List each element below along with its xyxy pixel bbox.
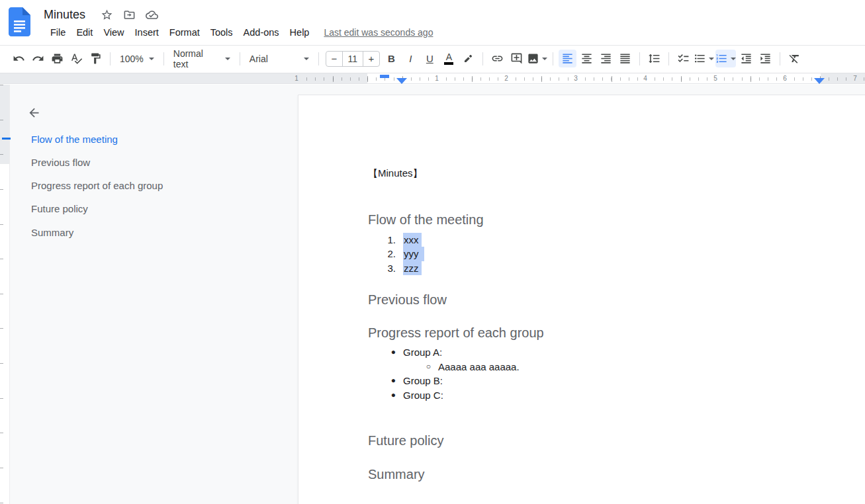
font-select[interactable]: Arial	[245, 50, 314, 67]
menu-file[interactable]: File	[45, 25, 71, 40]
align-center-button[interactable]	[578, 50, 596, 67]
bullet-list-item[interactable]: ● Group B:	[368, 374, 862, 388]
add-comment-button[interactable]	[508, 50, 525, 67]
ruler-label: 2	[502, 75, 510, 82]
menu-format[interactable]: Format	[164, 25, 205, 40]
selected-text[interactable]: zzz	[403, 261, 422, 276]
outline-item-future-policy[interactable]: Future policy	[31, 203, 88, 218]
last-edit-status[interactable]: Last edit was seconds ago	[324, 27, 433, 38]
selected-text[interactable]: xxx	[403, 233, 422, 247]
ruler-label: 1	[433, 75, 441, 82]
outline-item-previous-flow[interactable]: Previous flow	[31, 157, 90, 171]
move-to-folder-icon[interactable]	[122, 8, 136, 21]
insert-image-button[interactable]	[527, 50, 547, 67]
justify-button[interactable]	[616, 50, 634, 67]
text-color-swatch	[444, 62, 453, 65]
bullet-list-item[interactable]: ● Group C:	[368, 388, 862, 403]
highlight-color-button[interactable]	[459, 50, 477, 67]
outline-item-flow-of-the-meeting[interactable]: Flow of the meeting	[31, 134, 118, 148]
increase-font-size-button[interactable]: +	[363, 52, 379, 66]
print-button[interactable]	[48, 50, 66, 67]
document-title[interactable]: Minutes	[44, 8, 85, 22]
paragraph-style-select[interactable]: Normal text	[169, 50, 235, 67]
text-color-button[interactable]: A	[440, 50, 458, 67]
checklist-button[interactable]	[674, 50, 692, 67]
align-left-button[interactable]	[559, 50, 576, 67]
clear-formatting-button[interactable]	[786, 50, 803, 67]
italic-button[interactable]: I	[402, 50, 420, 67]
menu-view[interactable]: View	[98, 25, 129, 40]
docs-logo-icon[interactable]	[9, 7, 30, 36]
vertical-ruler-ticks	[0, 85, 3, 504]
menu-bar: File Edit View Insert Format Tools Add-o…	[45, 25, 433, 40]
outline-item-summary[interactable]: Summary	[31, 227, 73, 241]
left-indent-marker[interactable]	[396, 78, 407, 84]
list-number: 1.	[368, 233, 396, 247]
bullet-text[interactable]: Group B:	[403, 374, 443, 388]
numbered-list-button[interactable]	[715, 50, 736, 67]
underline-button[interactable]: U	[421, 50, 439, 67]
chevron-down-icon	[709, 58, 714, 60]
bullet-text[interactable]: Group C:	[403, 388, 443, 403]
bullet-list-item[interactable]: ● Group A:	[368, 345, 862, 360]
doc-heading-progress-report[interactable]: Progress report of each group	[368, 325, 862, 341]
spellcheck-button[interactable]	[68, 50, 85, 67]
paint-format-button[interactable]	[87, 50, 105, 67]
align-right-button[interactable]	[597, 50, 615, 67]
star-icon[interactable]	[100, 8, 113, 21]
decrease-indent-button[interactable]	[737, 50, 755, 67]
font-size-value[interactable]: 11	[342, 52, 363, 66]
doc-intro-paragraph[interactable]: 【Minutes】	[368, 166, 862, 181]
outline-item-progress-report[interactable]: Progress report of each group	[31, 180, 163, 194]
sub-bullet-list-item[interactable]: ○ Aaaaa aaa aaaaa.	[368, 360, 862, 374]
sub-bullet-text[interactable]: Aaaaa aaa aaaaa.	[438, 360, 520, 374]
bullet-text[interactable]: Group A:	[403, 345, 442, 360]
close-outline-arrow-icon[interactable]	[24, 103, 43, 122]
undo-button[interactable]	[10, 50, 28, 67]
numbered-list-item[interactable]: 3. zzz	[368, 261, 862, 276]
document-page[interactable]: 【Minutes】 Flow of the meeting 1. xxx 2. …	[298, 95, 865, 504]
horizontal-ruler[interactable]: 1 1 2 3 4 5 6 7	[0, 73, 865, 84]
doc-heading-flow-of-the-meeting[interactable]: Flow of the meeting	[368, 212, 862, 228]
menu-edit[interactable]: Edit	[71, 25, 98, 40]
bulleted-list-button[interactable]	[694, 50, 714, 67]
right-indent-marker[interactable]	[814, 78, 825, 84]
selected-text[interactable]: yyy	[403, 247, 424, 261]
list-number: 2.	[368, 247, 396, 261]
page-content: 【Minutes】 Flow of the meeting 1. xxx 2. …	[298, 95, 865, 483]
zoom-select[interactable]: 100%	[115, 50, 159, 67]
doc-heading-previous-flow[interactable]: Previous flow	[368, 292, 862, 308]
menu-addons[interactable]: Add-ons	[238, 25, 285, 40]
ruler-label: 3	[572, 75, 580, 82]
doc-heading-summary[interactable]: Summary	[368, 466, 862, 483]
document-outline-panel: Flow of the meeting Previous flow Progre…	[10, 85, 298, 504]
numbered-list: 1. xxx 2. yyy 3. zzz	[368, 233, 862, 276]
bulleted-list: ● Group A: ○ Aaaaa aaa aaaaa. ● Group B:…	[368, 345, 862, 402]
ruler-label: 1	[293, 75, 300, 82]
menu-tools[interactable]: Tools	[205, 25, 238, 40]
increase-indent-button[interactable]	[756, 50, 774, 67]
numbered-list-item[interactable]: 1. xxx	[368, 233, 862, 247]
menu-insert[interactable]: Insert	[130, 25, 164, 40]
insert-link-button[interactable]	[488, 50, 506, 67]
numbered-list-item[interactable]: 2. yyy	[368, 247, 862, 261]
redo-button[interactable]	[29, 50, 47, 67]
toolbar-divider	[240, 52, 240, 65]
decrease-font-size-button[interactable]: −	[326, 52, 342, 66]
ruler-label: 6	[781, 75, 789, 82]
document-status-cloud-icon[interactable]	[145, 8, 158, 21]
chevron-down-icon	[304, 58, 309, 60]
google-docs-app: Minutes File Edit View Insert Format Too…	[0, 0, 865, 504]
chevron-down-icon	[731, 58, 736, 60]
menu-help[interactable]: Help	[285, 25, 315, 40]
toolbar-divider	[668, 52, 669, 65]
bold-button[interactable]: B	[383, 50, 400, 67]
toolbar-divider	[639, 52, 640, 65]
toolbar-divider	[110, 52, 111, 65]
toolbar: 100% Normal text Arial − 11 + B I U A	[0, 46, 865, 71]
toolbar-divider	[780, 52, 780, 65]
line-spacing-button[interactable]	[645, 50, 663, 67]
doc-heading-future-policy[interactable]: Future policy	[368, 433, 862, 449]
first-line-indent-marker[interactable]	[380, 75, 389, 78]
vertical-ruler[interactable]	[0, 85, 10, 504]
